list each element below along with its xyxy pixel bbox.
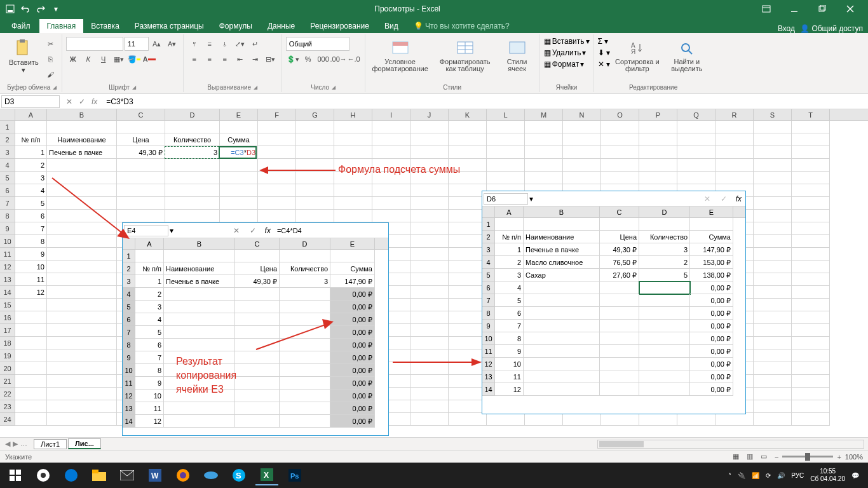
- cell-J3[interactable]: [410, 146, 449, 159]
- cell-J12[interactable]: [410, 261, 449, 273]
- cell-A13[interactable]: 11: [15, 273, 47, 286]
- cell-M4[interactable]: [525, 159, 563, 172]
- indent-increase-icon[interactable]: ⇥: [248, 52, 262, 66]
- row-header-11[interactable]: 11: [0, 248, 15, 261]
- inset-cell[interactable]: 0,00 ₽: [330, 326, 375, 339]
- inset-cell[interactable]: [235, 364, 280, 377]
- inset-cell[interactable]: 7: [495, 320, 524, 332]
- cell-A21[interactable]: [15, 375, 47, 388]
- cell-A9[interactable]: 7: [15, 222, 47, 235]
- percent-icon[interactable]: %: [301, 52, 315, 66]
- inset-cell[interactable]: [280, 415, 330, 428]
- name-box[interactable]: D3: [1, 95, 60, 108]
- inset-cell[interactable]: 0,00 ₽: [690, 358, 733, 370]
- cell-R1[interactable]: [715, 121, 754, 133]
- inset-cell[interactable]: [600, 332, 639, 345]
- cell-I7[interactable]: [372, 197, 410, 210]
- cell-K23[interactable]: [449, 400, 487, 413]
- cell-T19[interactable]: [792, 349, 830, 362]
- cell-T1[interactable]: [792, 121, 830, 133]
- minimize-icon[interactable]: [782, 1, 807, 17]
- inset-cell[interactable]: [600, 281, 639, 294]
- cell-D8[interactable]: [165, 210, 220, 222]
- cell-T17[interactable]: [792, 324, 830, 337]
- inset-cell[interactable]: 0,00 ₽: [330, 288, 375, 301]
- zoom-in-icon[interactable]: +: [833, 453, 844, 461]
- cell-D5[interactable]: [165, 172, 220, 184]
- cell-S12[interactable]: [754, 261, 792, 273]
- cell-R24[interactable]: [715, 413, 754, 426]
- network-icon[interactable]: 📶: [752, 472, 759, 479]
- inset-cell[interactable]: 0,00 ₽: [330, 377, 375, 390]
- increase-font-icon[interactable]: A▴: [150, 37, 164, 51]
- inset-cell[interactable]: 0,00 ₽: [330, 339, 375, 351]
- conditional-formatting-button[interactable]: Условное форматирование: [369, 37, 431, 74]
- cell-J16[interactable]: [410, 311, 449, 324]
- inset-cell[interactable]: 0,00 ₽: [330, 313, 375, 326]
- row-header-13[interactable]: 13: [0, 273, 15, 286]
- cell-O5[interactable]: [601, 172, 639, 184]
- cell-B11[interactable]: [47, 248, 117, 261]
- cell-S19[interactable]: [754, 349, 792, 362]
- cell-D2[interactable]: Количество: [165, 133, 220, 146]
- inset-cell[interactable]: [600, 294, 639, 307]
- cell-A2[interactable]: № п/п: [15, 133, 47, 146]
- edge-icon[interactable]: [60, 465, 83, 485]
- cell-S3[interactable]: [754, 146, 792, 159]
- inset-cell[interactable]: [280, 390, 330, 402]
- cell-Q5[interactable]: [677, 172, 715, 184]
- format-cells-button[interactable]: ▦ Формат ▾: [544, 60, 585, 69]
- inset-cell[interactable]: 0,00 ₽: [330, 402, 375, 415]
- inset-cell[interactable]: 12: [495, 383, 524, 396]
- italic-button[interactable]: К: [81, 52, 95, 66]
- enter-formula-icon[interactable]: ✓: [79, 97, 85, 106]
- cell-P3[interactable]: [639, 146, 677, 159]
- row-header-20[interactable]: 20: [0, 362, 15, 375]
- inset-cell[interactable]: 8: [495, 332, 524, 345]
- cell-A18[interactable]: [15, 337, 47, 349]
- merge-center-icon[interactable]: ⊟▾: [264, 52, 278, 66]
- cell-T24[interactable]: [792, 413, 830, 426]
- cell-N24[interactable]: [563, 413, 601, 426]
- tab-formulas[interactable]: Формулы: [212, 19, 260, 33]
- cell-L3[interactable]: [487, 146, 525, 159]
- cell-P4[interactable]: [639, 159, 677, 172]
- cell-B20[interactable]: [47, 362, 117, 375]
- cell-A3[interactable]: 1: [15, 146, 47, 159]
- clock[interactable]: 10:55 Сб 04.04.20: [810, 468, 845, 483]
- cell-O1[interactable]: [601, 121, 639, 133]
- insert-cells-button[interactable]: ▦ Вставить ▾: [544, 37, 590, 46]
- cell-S8[interactable]: [754, 210, 792, 222]
- explorer-icon[interactable]: [88, 465, 111, 485]
- row-header-23[interactable]: 23: [0, 400, 15, 413]
- inset-cell[interactable]: [524, 345, 600, 358]
- cell-S10[interactable]: [754, 235, 792, 248]
- cell-E3[interactable]: =C3*D3: [220, 146, 258, 159]
- indent-decrease-icon[interactable]: ⇤: [233, 52, 247, 66]
- cell-L24[interactable]: [487, 413, 525, 426]
- cell-T5[interactable]: [792, 172, 830, 184]
- cell-C7[interactable]: [117, 197, 165, 210]
- cell-D6[interactable]: [165, 184, 220, 197]
- cell-K13[interactable]: [449, 273, 487, 286]
- cell-B16[interactable]: [47, 311, 117, 324]
- cell-M5[interactable]: [525, 172, 563, 184]
- inset-cell[interactable]: [235, 313, 280, 326]
- cell-E4[interactable]: [220, 159, 258, 172]
- cell-S18[interactable]: [754, 337, 792, 349]
- col-header-H[interactable]: H: [334, 109, 372, 120]
- inset-cell[interactable]: Цена: [235, 262, 280, 275]
- wrap-text-icon[interactable]: ↵: [248, 37, 262, 51]
- inset-cell[interactable]: [164, 250, 235, 262]
- inset-cell[interactable]: [235, 390, 280, 402]
- cell-B22[interactable]: [47, 388, 117, 400]
- cell-P24[interactable]: [639, 413, 677, 426]
- cell-T7[interactable]: [792, 197, 830, 210]
- cell-A7[interactable]: 5: [15, 197, 47, 210]
- inset-cell[interactable]: 0,00 ₽: [690, 320, 733, 332]
- cell-A20[interactable]: [15, 362, 47, 375]
- sheet-tab-1[interactable]: Лист1: [34, 439, 67, 449]
- mail-icon[interactable]: [116, 465, 139, 485]
- inset-cell[interactable]: 7: [135, 351, 164, 364]
- inset-cell[interactable]: 2: [135, 288, 164, 301]
